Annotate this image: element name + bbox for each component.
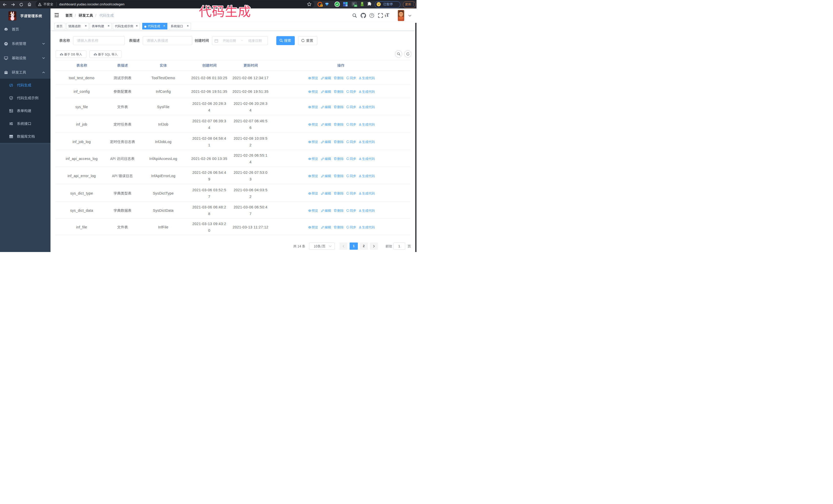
- svg-text:on: on: [355, 5, 357, 7]
- svg-text:?: ?: [371, 14, 373, 17]
- svg-text:1: 1: [321, 4, 322, 7]
